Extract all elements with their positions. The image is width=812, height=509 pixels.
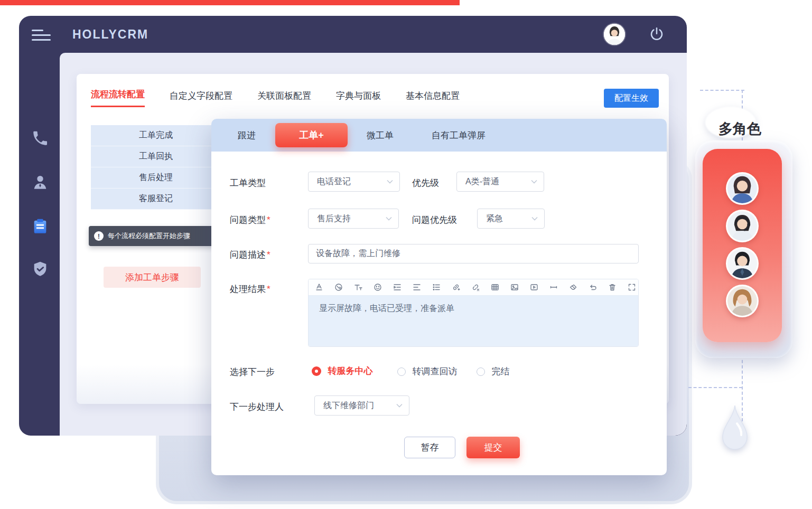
brand-logo: HOLLYCRM (72, 27, 148, 42)
add-step-button[interactable]: 添加工单步骤 (104, 267, 201, 288)
save-draft-button[interactable]: 暂存 (404, 437, 455, 458)
align-left-icon[interactable] (413, 283, 421, 292)
workflow-item-aftersale[interactable]: 售后处理 (91, 167, 221, 188)
issue-desc-label: 问题描述* (230, 249, 270, 261)
radio-finish[interactable]: 完结 (477, 365, 509, 378)
order-type-select[interactable]: 电话登记 (308, 172, 400, 192)
tab-custom-field-config[interactable]: 自定义字段配置 (170, 90, 232, 107)
role-panel-frame (695, 140, 792, 358)
next-handler-select[interactable]: 线下维修部门 (314, 395, 409, 416)
result-textarea[interactable]: 显示屏故障，电话已受理，准备派单 (309, 296, 638, 346)
image-icon[interactable] (510, 283, 519, 292)
tooltip-text: 每个流程必须配置开始步骤 (108, 231, 190, 241)
role-avatar-2[interactable] (726, 210, 759, 242)
apply-config-button[interactable]: 配置生效 (604, 89, 659, 108)
issue-priority-value: 紧急 (486, 213, 503, 224)
issue-desc-input[interactable] (308, 244, 639, 263)
priority-select[interactable]: A类-普通 (456, 172, 544, 192)
workflow-item-receipt[interactable]: 工单回执 (91, 146, 221, 167)
user-avatar[interactable] (604, 24, 625, 45)
dashed-line-top (700, 90, 744, 91)
emoji-icon[interactable] (374, 283, 382, 292)
unlink-icon[interactable] (471, 283, 480, 292)
chevron-down-icon (531, 180, 537, 184)
priority-label: 优先级 (412, 177, 439, 189)
config-tabbar: 流程流转配置 自定义字段配置 关联面板配置 字典与面板 基本信息配置 (91, 88, 460, 107)
top-red-strip (0, 0, 460, 5)
tab-related-panel-config[interactable]: 关联面板配置 (257, 90, 311, 107)
required-asterisk: * (267, 250, 270, 260)
tab-dictionary-panel[interactable]: 字典与面板 (336, 90, 381, 107)
modal-tabbar: 跟进 工单+ 微工单 自有工单弹屏 (211, 119, 667, 152)
table-icon[interactable] (491, 283, 499, 292)
divider-icon[interactable] (549, 283, 558, 292)
sidebar-workorder-icon[interactable] (31, 218, 49, 235)
trash-icon[interactable] (608, 283, 617, 292)
link-icon[interactable] (452, 283, 460, 292)
editor-toolbar (309, 279, 638, 296)
radio-service-center[interactable]: 转服务中心 (312, 365, 372, 377)
workorder-modal: 跟进 工单+ 微工单 自有工单弹屏 工单类型 电话登记 优先级 A类-普通 问题… (211, 119, 667, 475)
screenshot-canvas: 多角色 HOLLYCRM (0, 0, 812, 509)
indent-icon[interactable] (393, 283, 402, 292)
radio-unselected-icon (477, 367, 485, 376)
required-asterisk: * (267, 284, 270, 294)
next-step-label: 选择下一步 (230, 366, 275, 378)
issue-type-select[interactable]: 售后支持 (308, 209, 399, 229)
workflow-list: 工单完成 工单回执 售后处理 客服登记 (91, 125, 221, 210)
order-type-label: 工单类型 (230, 177, 266, 189)
order-type-value: 电话登记 (317, 176, 351, 187)
tab-process-flow-config[interactable]: 流程流转配置 (91, 88, 145, 107)
sidebar-phone-icon[interactable] (31, 129, 49, 147)
hamburger-menu-icon[interactable] (32, 30, 51, 44)
dashed-line-bottom (688, 387, 742, 388)
chevron-down-icon (386, 216, 392, 221)
workflow-item-register[interactable]: 客服登记 (91, 188, 221, 210)
modal-tab-workorder-active[interactable]: 工单+ (275, 123, 348, 147)
exclamation-icon: ! (94, 231, 104, 241)
workflow-tooltip: ! 每个流程必须配置开始步骤 (89, 226, 218, 246)
role-avatar-3[interactable] (726, 247, 759, 280)
issue-priority-select[interactable]: 紧急 (477, 209, 545, 229)
priority-value: A类-普通 (465, 176, 499, 187)
radio-survey-callback[interactable]: 转调查回访 (397, 365, 457, 378)
power-icon[interactable] (649, 26, 665, 44)
result-label: 处理结果* (230, 283, 270, 295)
undo-icon[interactable] (589, 283, 597, 292)
text-style-icon[interactable] (354, 283, 362, 292)
multi-role-caption: 多角色 (718, 119, 761, 138)
submit-button[interactable]: 提交 (466, 437, 520, 458)
required-asterisk: * (267, 215, 270, 225)
list-icon[interactable] (432, 283, 441, 292)
issue-type-label: 问题类型* (230, 214, 270, 226)
eraser-icon[interactable] (569, 283, 577, 292)
role-panel (703, 149, 782, 342)
palette-icon[interactable] (334, 283, 343, 292)
modal-tab-own-popup[interactable]: 自有工单弹屏 (432, 129, 486, 142)
drop-shape (720, 406, 750, 454)
radio-unselected-icon (397, 367, 406, 376)
role-avatar-4[interactable] (726, 285, 759, 317)
tab-basic-info-config[interactable]: 基本信息配置 (406, 90, 460, 107)
workflow-item-complete[interactable]: 工单完成 (91, 125, 221, 146)
issue-type-value: 售后支持 (317, 213, 351, 224)
role-avatar-1[interactable] (726, 172, 759, 205)
font-underline-icon[interactable] (315, 283, 323, 292)
next-handler-label: 下一步处理人 (230, 401, 284, 413)
issue-priority-label: 问题优先级 (412, 214, 457, 226)
fullscreen-icon[interactable] (628, 283, 636, 292)
modal-tab-follow-up[interactable]: 跟进 (238, 129, 256, 142)
result-editor: 显示屏故障，电话已受理，准备派单 (308, 279, 639, 347)
chevron-down-icon (396, 403, 403, 408)
radio-selected-icon (312, 366, 321, 376)
modal-tab-micro-workorder[interactable]: 微工单 (367, 129, 394, 142)
next-handler-value: 线下维修部门 (323, 400, 374, 411)
sidebar-contacts-icon[interactable] (31, 173, 49, 191)
chevron-down-icon (531, 216, 538, 221)
sidebar-shield-icon[interactable] (31, 260, 49, 278)
video-icon[interactable] (530, 283, 538, 292)
chevron-down-icon (387, 180, 393, 184)
